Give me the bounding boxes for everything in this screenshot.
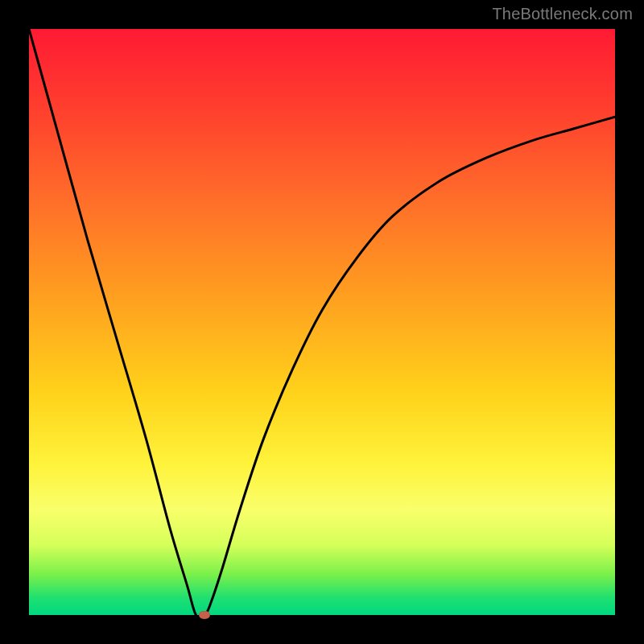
watermark-text: TheBottleneck.com xyxy=(492,5,633,23)
plot-area xyxy=(29,29,615,615)
min-marker-dot xyxy=(199,611,210,619)
bottleneck-curve xyxy=(29,29,615,615)
chart-frame: TheBottleneck.com xyxy=(0,0,644,644)
